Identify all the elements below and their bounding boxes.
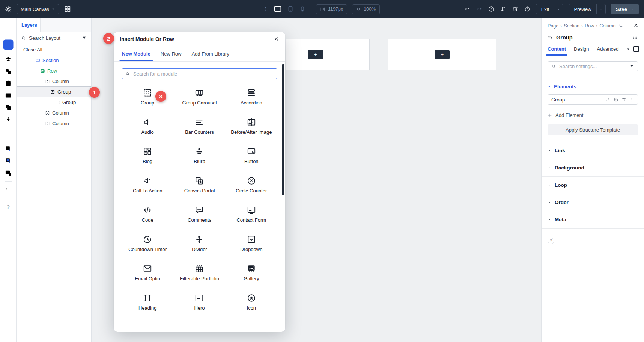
kebab-menu-icon[interactable] [629, 97, 634, 102]
modal-scrollbar[interactable] [282, 64, 284, 195]
tab-layers[interactable]: Layers [17, 18, 41, 32]
module-item-dropdown[interactable]: Dropdown [226, 231, 277, 260]
module-item-email-optin[interactable]: Email Optin [122, 260, 173, 289]
rail-item-design[interactable] [5, 68, 12, 75]
canvas-selector-dropdown[interactable]: Main Canvas [17, 4, 59, 14]
filter-funnel-icon[interactable] [629, 64, 634, 69]
save-dropdown-arrow[interactable] [630, 8, 634, 11]
insert-module-plus-button[interactable]: + [308, 50, 323, 59]
close-icon[interactable] [274, 36, 279, 42]
module-item-audio[interactable]: Audio [122, 113, 173, 143]
breadcrumb-item-page[interactable]: Page [548, 23, 558, 29]
zoom-level-field[interactable]: 100% [352, 4, 380, 14]
module-item-icon[interactable]: Icon [226, 289, 277, 319]
module-item-hero[interactable]: Hero [173, 289, 225, 319]
dialog-tab-new-module[interactable]: New Module [122, 46, 150, 61]
rail-item-select-module[interactable] [5, 145, 12, 153]
rail-item-duplicate[interactable] [5, 104, 12, 111]
module-search-input[interactable] [133, 71, 274, 77]
canvas-width-field[interactable]: 1197px [316, 4, 347, 14]
desktop-view-icon[interactable] [274, 5, 282, 13]
layers-tree-item-row[interactable]: Row [17, 65, 91, 76]
apply-structure-template-button[interactable]: Apply Structure Template [548, 124, 638, 135]
exit-button[interactable]: Exit [536, 4, 554, 14]
rail-item-help[interactable]: ? [6, 204, 10, 210]
module-item-group[interactable]: Group [122, 84, 173, 113]
settings-section-order[interactable]: Order [542, 194, 644, 211]
layers-search-input[interactable] [29, 35, 79, 41]
module-item-circle-counter[interactable]: Circle Counter [226, 172, 277, 201]
save-button[interactable]: Save [611, 4, 639, 14]
module-item-group-carousel[interactable]: Group Carousel [173, 84, 225, 113]
module-item-contact-form[interactable]: Contact Form [226, 201, 277, 231]
settings-section-loop[interactable]: Loop [542, 177, 644, 194]
settings-gear-icon[interactable] [5, 6, 12, 13]
module-item-comments[interactable]: Comments [173, 201, 225, 231]
module-item-divider[interactable]: Divider [173, 231, 225, 260]
tabs-dropdown-icon[interactable] [626, 47, 630, 51]
rail-item-site-layout[interactable] [5, 169, 12, 177]
module-item-canvas-portal[interactable]: Canvas Portal [173, 172, 225, 201]
trash-icon[interactable] [512, 6, 519, 12]
rail-item-tools[interactable] [5, 187, 12, 195]
breadcrumb-item-row[interactable]: Row [585, 23, 594, 29]
rail-item-list-view[interactable] [5, 128, 12, 135]
module-item-filterable-portfolio[interactable]: Filterable Portfolio [173, 260, 225, 289]
duplicate-icon[interactable] [614, 97, 618, 102]
undo-icon[interactable] [464, 6, 471, 12]
options-grid-icon[interactable] [632, 35, 638, 41]
close-all-button[interactable]: Close All [17, 44, 91, 55]
dialog-tab-add-from-library[interactable]: Add From Library [191, 46, 229, 61]
settings-section-background[interactable]: Background [542, 159, 644, 177]
kebab-menu-icon[interactable] [263, 6, 269, 12]
back-arrow-icon[interactable] [548, 35, 553, 40]
module-item-button[interactable]: Button [226, 143, 277, 172]
tablet-view-icon[interactable] [287, 5, 294, 13]
elements-section-header[interactable]: Elements [542, 77, 644, 89]
rail-item-cards[interactable] [5, 92, 12, 99]
module-item-gallery[interactable]: Gallery [226, 260, 277, 289]
dialog-tab-new-row[interactable]: New Row [161, 46, 182, 61]
rail-item-select-row[interactable] [5, 157, 12, 165]
sort-arrows-icon[interactable] [500, 6, 507, 12]
rail-item-layers[interactable] [5, 56, 12, 63]
settings-search-input[interactable] [559, 64, 626, 69]
redo-icon[interactable] [476, 6, 483, 12]
insert-module-plus-button[interactable]: + [435, 50, 450, 59]
layers-tree-item-group[interactable]: Group [17, 97, 91, 107]
breadcrumb-item-column[interactable]: Column [599, 23, 615, 29]
module-item-bar-counters[interactable]: Bar Counters [173, 113, 225, 143]
module-item-call-to-action[interactable]: Call To Action [122, 172, 173, 201]
close-icon[interactable] [633, 23, 639, 28]
power-icon[interactable] [524, 6, 531, 12]
module-item-blurb[interactable]: Blurb [173, 143, 225, 172]
settings-section-link[interactable]: Link [542, 142, 644, 159]
settings-tab-content[interactable]: Content [548, 46, 566, 56]
module-item-before-after-image[interactable]: Before/After Image [226, 113, 277, 143]
breadcrumb-item-section[interactable]: Section [564, 23, 579, 29]
settings-tab-design[interactable]: Design [574, 46, 589, 56]
layers-tree-item-column[interactable]: Column [17, 107, 91, 118]
layers-tree-item-column[interactable]: Column [17, 76, 91, 86]
trash-icon[interactable] [621, 97, 626, 102]
rail-item-add-new[interactable] [3, 40, 13, 50]
filter-funnel-icon[interactable] [82, 36, 87, 41]
module-item-heading[interactable]: Heading [122, 289, 173, 319]
module-item-code[interactable]: Code [122, 201, 173, 231]
settings-tab-advanced[interactable]: Advanced [597, 46, 619, 56]
module-item-blog[interactable]: Blog [122, 143, 173, 172]
layers-tree-item-section[interactable]: Section [17, 55, 91, 65]
edit-pencil-icon[interactable] [606, 97, 611, 102]
rail-item-quick-actions[interactable] [5, 116, 12, 123]
layers-tree-item-column[interactable]: Column [17, 118, 91, 129]
layers-tree-item-group-selected[interactable]: Group [17, 86, 91, 97]
element-row-group[interactable]: Group [548, 94, 638, 105]
rail-item-data[interactable] [5, 80, 12, 87]
add-element-button[interactable]: Add Element [542, 105, 644, 118]
grid-view-icon[interactable] [64, 6, 71, 12]
history-clock-icon[interactable] [488, 6, 495, 12]
module-item-countdown-timer[interactable]: Countdown Timer [122, 231, 173, 260]
module-item-accordion[interactable]: Accordion [226, 84, 277, 113]
exit-dropdown-arrow[interactable] [554, 4, 563, 14]
preview-button[interactable]: Preview [569, 4, 596, 14]
